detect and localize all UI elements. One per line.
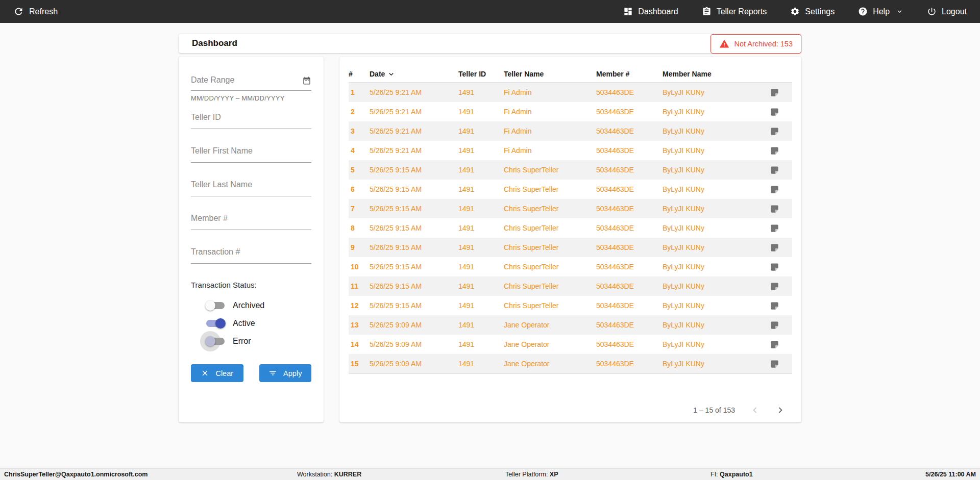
table-row[interactable]: 4 5/26/25 9:21 AM 1491 Fi Admin 5034463D… xyxy=(349,141,792,160)
cell-teller-id: 1491 xyxy=(458,301,504,310)
cell-date: 5/26/25 9:15 AM xyxy=(370,243,458,251)
note-icon[interactable] xyxy=(758,165,792,175)
cell-member-number: 5034463DE xyxy=(596,88,663,96)
note-icon[interactable] xyxy=(758,262,792,272)
member-number-input[interactable]: Member # xyxy=(191,213,311,230)
cell-teller-name: Chris SuperTeller xyxy=(504,263,596,271)
note-icon[interactable] xyxy=(758,88,792,97)
teller-last-name-input[interactable]: Teller Last Name xyxy=(191,180,311,196)
nav-item-settings[interactable]: Settings xyxy=(790,7,835,16)
cell-teller-id: 1491 xyxy=(458,88,504,96)
cell-teller-id: 1491 xyxy=(458,185,504,193)
col-header-member-num[interactable]: Member # xyxy=(596,70,663,78)
cell-teller-name: Fi Admin xyxy=(504,146,596,155)
cell-date: 5/26/25 9:21 AM xyxy=(370,127,458,135)
cell-teller-id: 1491 xyxy=(458,108,504,116)
active-toggle[interactable] xyxy=(206,318,225,329)
table-row[interactable]: 2 5/26/25 9:21 AM 1491 Fi Admin 5034463D… xyxy=(349,102,792,121)
note-icon[interactable] xyxy=(758,282,792,291)
cell-member-number: 5034463DE xyxy=(596,282,663,290)
page-title: Dashboard xyxy=(192,38,237,48)
table-row[interactable]: 5 5/26/25 9:15 AM 1491 Chris SuperTeller… xyxy=(349,160,792,180)
power-icon xyxy=(927,7,937,16)
table-row[interactable]: 12 5/26/25 9:15 AM 1491 Chris SuperTelle… xyxy=(349,296,792,315)
table-row[interactable]: 13 5/26/25 9:09 AM 1491 Jane Operator 50… xyxy=(349,315,792,335)
cell-date: 5/26/25 9:21 AM xyxy=(370,108,458,116)
cell-member-number: 5034463DE xyxy=(596,301,663,310)
note-icon[interactable] xyxy=(758,359,792,369)
col-header-date[interactable]: Date xyxy=(370,70,458,79)
table-row[interactable]: 3 5/26/25 9:21 AM 1491 Fi Admin 5034463D… xyxy=(349,121,792,141)
cell-member-name: ByLyJI KUNy xyxy=(663,301,758,310)
note-icon[interactable] xyxy=(758,185,792,194)
not-archived-badge[interactable]: Not Archived: 153 xyxy=(710,34,801,54)
error-toggle[interactable] xyxy=(206,336,225,346)
note-icon[interactable] xyxy=(758,107,792,117)
col-header-teller-name[interactable]: Teller Name xyxy=(504,70,596,78)
note-icon[interactable] xyxy=(758,243,792,252)
table-row[interactable]: 1 5/26/25 9:21 AM 1491 Fi Admin 5034463D… xyxy=(349,83,792,102)
table-row[interactable]: 11 5/26/25 9:15 AM 1491 Chris SuperTelle… xyxy=(349,276,792,296)
note-icon[interactable] xyxy=(758,301,792,311)
row-number: 14 xyxy=(349,340,370,348)
note-icon[interactable] xyxy=(758,340,792,349)
cell-member-number: 5034463DE xyxy=(596,146,663,155)
archived-toggle[interactable] xyxy=(206,300,225,311)
cell-teller-name: Fi Admin xyxy=(504,127,596,135)
col-header-teller-id[interactable]: Teller ID xyxy=(458,70,504,78)
nav-item-dashboard[interactable]: Dashboard xyxy=(623,7,678,16)
teller-first-name-input[interactable]: Teller First Name xyxy=(191,146,311,163)
table-header-row: # Date Teller ID Teller Name Member # Me… xyxy=(349,66,792,83)
next-page-button[interactable] xyxy=(775,405,786,416)
teller-id-input[interactable]: Teller ID xyxy=(191,112,311,129)
apply-button[interactable]: Apply xyxy=(259,364,312,382)
clear-button[interactable]: Clear xyxy=(191,364,243,382)
calendar-icon[interactable] xyxy=(302,76,311,85)
col-header-num[interactable]: # xyxy=(349,70,370,78)
active-toggle-label: Active xyxy=(233,319,255,328)
table-row[interactable]: 7 5/26/25 9:15 AM 1491 Chris SuperTeller… xyxy=(349,199,792,218)
row-number: 4 xyxy=(349,146,370,155)
note-icon[interactable] xyxy=(758,146,792,156)
table-row[interactable]: 14 5/26/25 9:09 AM 1491 Jane Operator 50… xyxy=(349,335,792,354)
warning-icon xyxy=(719,39,729,49)
error-toggle-label: Error xyxy=(233,337,251,346)
table-body: 1 5/26/25 9:21 AM 1491 Fi Admin 5034463D… xyxy=(349,83,792,374)
note-icon[interactable] xyxy=(758,204,792,214)
note-icon[interactable] xyxy=(758,127,792,136)
nav-item-label: Help xyxy=(873,7,890,16)
pagination-range-label: 1 – 15 of 153 xyxy=(693,406,735,414)
col-header-member-name[interactable]: Member Name xyxy=(663,70,758,78)
cell-member-name: ByLyJI KUNy xyxy=(663,243,758,251)
error-toggle-row[interactable]: Error xyxy=(206,332,311,350)
cell-teller-name: Chris SuperTeller xyxy=(504,282,596,290)
note-icon[interactable] xyxy=(758,320,792,330)
cell-teller-name: Chris SuperTeller xyxy=(504,224,596,232)
workstation-status: Workstation: KURRER xyxy=(297,469,361,480)
cell-member-name: ByLyJI KUNy xyxy=(663,360,758,368)
nav-item-teller-reports[interactable]: Teller Reports xyxy=(702,7,767,16)
logged-in-user: ChrisSuperTeller@Qaxpauto1.onmicrosoft.c… xyxy=(4,469,148,480)
transaction-number-input[interactable]: Transaction # xyxy=(191,247,311,264)
nav-item-logout[interactable]: Logout xyxy=(927,7,967,16)
refresh-icon xyxy=(13,6,24,17)
top-navbar: Refresh Dashboard Teller Reports Setting… xyxy=(0,0,980,23)
table-row[interactable]: 15 5/26/25 9:09 AM 1491 Jane Operator 50… xyxy=(349,354,792,373)
date-range-field[interactable]: Date Range MM/DD/YYYY – MM/DD/YYYY xyxy=(191,75,311,102)
transaction-status-label: Transaction Status: xyxy=(191,281,311,289)
table-row[interactable]: 9 5/26/25 9:15 AM 1491 Chris SuperTeller… xyxy=(349,238,792,257)
previous-page-button[interactable] xyxy=(749,405,761,416)
cell-member-name: ByLyJI KUNy xyxy=(663,88,758,96)
cell-member-name: ByLyJI KUNy xyxy=(663,108,758,116)
nav-item-help[interactable]: Help xyxy=(858,7,903,16)
refresh-button[interactable]: Refresh xyxy=(13,6,58,17)
table-row[interactable]: 10 5/26/25 9:15 AM 1491 Chris SuperTelle… xyxy=(349,257,792,276)
active-toggle-row[interactable]: Active xyxy=(206,314,311,332)
note-icon[interactable] xyxy=(758,223,792,233)
table-row[interactable]: 8 5/26/25 9:15 AM 1491 Chris SuperTeller… xyxy=(349,218,792,238)
cell-teller-name: Chris SuperTeller xyxy=(504,205,596,213)
table-row[interactable]: 6 5/26/25 9:15 AM 1491 Chris SuperTeller… xyxy=(349,180,792,199)
status-bar: ChrisSuperTeller@Qaxpauto1.onmicrosoft.c… xyxy=(0,468,980,480)
cell-member-name: ByLyJI KUNy xyxy=(663,166,758,174)
archived-toggle-row[interactable]: Archived xyxy=(206,296,311,314)
